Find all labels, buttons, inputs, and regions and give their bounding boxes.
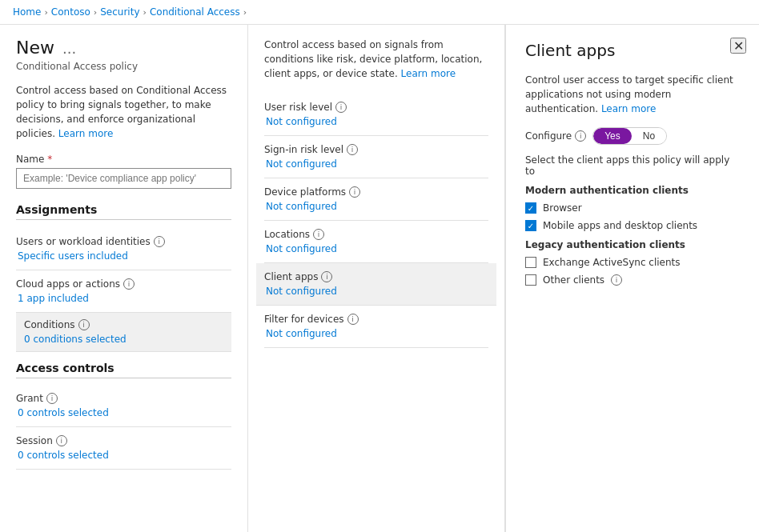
left-description: Control access based on Conditional Acce… — [16, 83, 231, 141]
toggle-yes[interactable]: Yes — [593, 128, 632, 144]
cloud-info-icon[interactable]: i — [123, 278, 135, 290]
locations-row: Locations i Not configured — [264, 221, 488, 263]
filter-devices-value[interactable]: Not configured — [264, 328, 488, 339]
session-value[interactable]: 0 controls selected — [16, 450, 231, 461]
filter-devices-label: Filter for devices — [264, 314, 344, 325]
toggle-no[interactable]: No — [632, 128, 666, 144]
grant-info-icon[interactable]: i — [46, 393, 58, 404]
device-platforms-info-icon[interactable]: i — [349, 186, 360, 198]
page-title: New — [16, 38, 54, 58]
conditions-value[interactable]: 0 conditions selected — [24, 334, 223, 345]
users-section: Users or workload identities i Specific … — [16, 228, 231, 270]
client-apps-panel: Client apps ✕ Control user access to tar… — [504, 25, 759, 532]
breadcrumb-sep-1: › — [44, 7, 47, 18]
access-controls-header: Access controls — [16, 362, 231, 378]
breadcrumb-contoso[interactable]: Contoso — [51, 6, 90, 18]
users-info-icon[interactable]: i — [154, 236, 165, 247]
filter-devices-info-icon[interactable]: i — [347, 314, 359, 325]
device-platforms-row: Device platforms i Not configured — [264, 178, 488, 221]
checkbox-mobile-input[interactable] — [525, 220, 536, 231]
learn-more-link-left[interactable]: Learn more — [58, 128, 113, 139]
configure-row: Configure i Yes No — [525, 127, 740, 145]
cloud-value[interactable]: 1 app included — [16, 293, 231, 304]
client-apps-label: Client apps — [264, 271, 318, 282]
client-apps-value[interactable]: Not configured — [264, 286, 488, 297]
user-risk-info-icon[interactable]: i — [335, 102, 347, 113]
client-apps-panel-title: Client apps — [525, 41, 740, 60]
name-field-label: Name * — [16, 154, 231, 165]
conditions-label: Conditions — [24, 319, 75, 330]
breadcrumb-conditional-access[interactable]: Conditional Access — [150, 6, 240, 18]
breadcrumb: Home › Contoso › Security › Conditional … — [0, 0, 759, 25]
users-label: Users or workload identities — [16, 236, 151, 247]
breadcrumb-sep-2: › — [94, 7, 97, 18]
user-risk-value[interactable]: Not configured — [264, 116, 488, 127]
breadcrumb-sep-3: › — [143, 7, 147, 18]
locations-info-icon[interactable]: i — [313, 229, 324, 240]
checkbox-other-label: Other clients — [543, 274, 604, 286]
assignments-header: Assignments — [16, 203, 231, 220]
breadcrumb-security[interactable]: Security — [100, 6, 139, 18]
grant-section: Grant i 0 controls selected — [16, 385, 231, 427]
panel-description: Control user access to target specific c… — [525, 73, 740, 116]
session-label: Session — [16, 435, 53, 446]
device-platforms-value[interactable]: Not configured — [264, 201, 488, 212]
checkbox-other-input[interactable] — [525, 274, 536, 286]
client-apps-row: Client apps i Not configured — [256, 263, 496, 306]
legacy-auth-label: Legacy authentication clients — [525, 239, 740, 250]
signin-risk-info-icon[interactable]: i — [347, 144, 358, 155]
session-info-icon[interactable]: i — [56, 435, 67, 446]
conditions-info-icon[interactable]: i — [78, 319, 90, 330]
user-risk-label: User risk level — [264, 102, 332, 113]
client-apps-info-icon[interactable]: i — [321, 271, 332, 282]
checkbox-mobile-desktop[interactable]: Mobile apps and desktop clients — [525, 220, 740, 231]
locations-value[interactable]: Not configured — [264, 243, 488, 254]
breadcrumb-sep-4: › — [243, 7, 247, 18]
cloud-label: Cloud apps or actions — [16, 278, 120, 290]
checkbox-browser-label: Browser — [543, 202, 582, 214]
user-risk-row: User risk level i Not configured — [264, 94, 488, 136]
configure-label-text: Configure — [525, 130, 572, 142]
conditions-description: Control access based on signals from con… — [264, 38, 488, 81]
locations-label: Locations — [264, 229, 310, 240]
checkbox-other[interactable]: Other clients i — [525, 274, 740, 286]
checkbox-mobile-label: Mobile apps and desktop clients — [543, 220, 697, 231]
grant-label: Grant — [16, 393, 43, 404]
grant-value[interactable]: 0 controls selected — [16, 407, 231, 418]
cloud-apps-section: Cloud apps or actions i 1 app included — [16, 270, 231, 313]
breadcrumb-home[interactable]: Home — [13, 6, 41, 18]
users-value[interactable]: Specific users included — [16, 250, 231, 262]
device-platforms-label: Device platforms — [264, 186, 346, 198]
modern-auth-label: Modern authentication clients — [525, 185, 740, 196]
configure-info-icon[interactable]: i — [575, 130, 586, 142]
name-input[interactable] — [16, 168, 231, 189]
page-subtitle: Conditional Access policy — [16, 61, 231, 72]
checkbox-browser-input[interactable] — [525, 202, 536, 214]
signin-risk-value[interactable]: Not configured — [264, 158, 488, 170]
configure-toggle[interactable]: Yes No — [592, 127, 667, 145]
checkbox-browser[interactable]: Browser — [525, 202, 740, 214]
checkbox-exchange[interactable]: Exchange ActiveSync clients — [525, 257, 740, 268]
page-title-dots: ... — [62, 40, 76, 57]
signin-risk-row: Sign-in risk level i Not configured — [264, 136, 488, 178]
conditions-learn-more[interactable]: Learn more — [401, 68, 456, 79]
conditions-block: Conditions i 0 conditions selected — [16, 313, 231, 352]
apply-label: Select the client apps this policy will … — [525, 154, 740, 177]
close-button[interactable]: ✕ — [730, 38, 746, 54]
checkbox-exchange-label: Exchange ActiveSync clients — [543, 257, 681, 268]
signin-risk-label: Sign-in risk level — [264, 144, 343, 155]
filter-devices-row: Filter for devices i Not configured — [264, 306, 488, 348]
required-marker: * — [47, 154, 52, 165]
session-section: Session i 0 controls selected — [16, 427, 231, 470]
checkbox-exchange-input[interactable] — [525, 257, 536, 268]
panel-learn-more[interactable]: Learn more — [601, 103, 656, 114]
other-clients-info-icon[interactable]: i — [611, 274, 622, 286]
